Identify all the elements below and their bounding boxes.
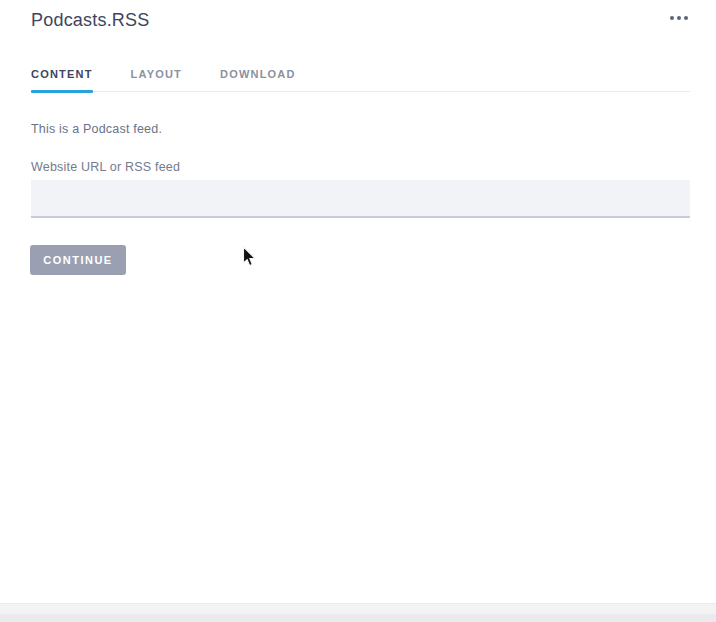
tab-layout[interactable]: LAYOUT bbox=[131, 68, 182, 91]
dot bbox=[684, 16, 688, 20]
footer-bar-bottom bbox=[0, 614, 716, 622]
continue-button[interactable]: CONTINUE bbox=[30, 245, 126, 275]
url-field-label: Website URL or RSS feed bbox=[31, 160, 180, 174]
dot bbox=[677, 16, 681, 20]
tab-content[interactable]: CONTENT bbox=[31, 68, 93, 91]
podcast-feed-page: Podcasts.RSS CONTENT LAYOUT DOWNLOAD Thi… bbox=[0, 0, 716, 622]
footer-bar bbox=[0, 603, 716, 622]
tab-download[interactable]: DOWNLOAD bbox=[220, 68, 296, 91]
dot bbox=[670, 16, 674, 20]
page-header: Podcasts.RSS bbox=[31, 8, 690, 32]
mouse-cursor-icon bbox=[242, 246, 256, 268]
ellipsis-menu-icon[interactable] bbox=[668, 10, 690, 26]
page-title: Podcasts.RSS bbox=[31, 8, 149, 32]
website-url-input[interactable] bbox=[31, 180, 690, 218]
feed-description-text: This is a Podcast feed. bbox=[31, 122, 162, 136]
tab-bar: CONTENT LAYOUT DOWNLOAD bbox=[31, 68, 690, 92]
footer-bar-top bbox=[0, 603, 716, 614]
